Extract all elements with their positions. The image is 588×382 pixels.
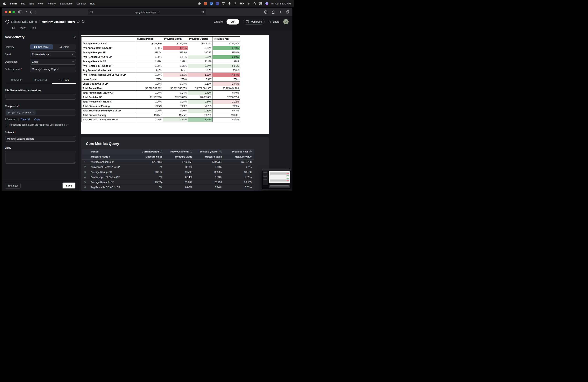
clear-all-link[interactable]: Clear all bbox=[21, 118, 30, 121]
menubar-item-bookmarks[interactable]: Bookmarks bbox=[60, 2, 73, 5]
core-measure-value: 0.05% bbox=[165, 185, 194, 190]
report-cell: 72751 bbox=[188, 104, 213, 108]
report-cell: $35.85 bbox=[188, 50, 213, 55]
report-cell: 0.00% bbox=[136, 64, 163, 68]
recipient-chip[interactable]: josh@spicy-data.com ✕ bbox=[6, 110, 36, 115]
app-icon-outlook[interactable] bbox=[210, 2, 213, 5]
breadcrumb-parent[interactable]: Leasing Data Demo bbox=[11, 20, 37, 23]
forward-button[interactable] bbox=[35, 10, 37, 14]
explore-button[interactable]: Explore bbox=[214, 20, 223, 23]
app-icon-orange[interactable] bbox=[204, 2, 207, 5]
report-row-label: Average Annual Rent bbox=[82, 42, 136, 46]
battery-icon[interactable] bbox=[240, 2, 244, 5]
personalize-label: Personalize content with the recipient's… bbox=[9, 124, 64, 126]
divider: | bbox=[32, 118, 32, 121]
delivery-type-segmented-control: Schedule Alert bbox=[30, 44, 76, 50]
report-row-label: Avg Rent per SF %Δ to CP bbox=[82, 55, 136, 59]
user-avatar[interactable]: J bbox=[283, 19, 289, 24]
file-name-input[interactable] bbox=[5, 94, 76, 100]
app-menu-help[interactable]: Help bbox=[31, 26, 36, 29]
microphone-icon[interactable] bbox=[228, 2, 231, 5]
share-icon[interactable] bbox=[272, 10, 275, 14]
reload-icon[interactable] bbox=[201, 11, 204, 13]
apple-menu-icon[interactable] bbox=[3, 2, 6, 5]
sidebar-chevron-icon[interactable] bbox=[25, 11, 27, 13]
report-cell: 14.41 bbox=[163, 68, 188, 73]
search-icon[interactable] bbox=[253, 2, 256, 5]
app-menu-view[interactable]: View bbox=[20, 26, 25, 29]
sparkle-icon[interactable] bbox=[198, 2, 201, 5]
app-share-button[interactable]: Share bbox=[269, 20, 279, 23]
tab-dashboard[interactable]: Dashboard bbox=[29, 77, 52, 84]
chip-remove-icon[interactable]: ✕ bbox=[32, 111, 34, 114]
favorite-star-icon[interactable] bbox=[77, 20, 80, 23]
report-row: Lease Count7350734873437501 bbox=[82, 77, 240, 82]
omni-logo[interactable] bbox=[5, 20, 9, 23]
core-measure-value: 23,105 bbox=[224, 180, 254, 185]
menubar-clock[interactable]: Fri Apr 3 8:41 AM bbox=[272, 2, 291, 5]
send-select[interactable]: Entire dashboard bbox=[30, 51, 76, 57]
menubar-item-view[interactable]: View bbox=[38, 2, 43, 5]
tab-email[interactable]: Email bbox=[52, 77, 76, 84]
menubar-item-history[interactable]: History bbox=[48, 2, 55, 5]
save-button[interactable]: Save bbox=[62, 182, 76, 189]
report-cell: 0.81% bbox=[213, 64, 240, 68]
segment-alert[interactable]: Alert bbox=[53, 44, 76, 49]
personalize-checkbox[interactable] bbox=[5, 124, 7, 126]
envelope-icon bbox=[59, 79, 62, 81]
divider: | bbox=[18, 118, 19, 121]
report-row: Lease Count %Δ to CP0.00%0.03%0.10%-2.05… bbox=[82, 82, 240, 86]
app-icon-people[interactable] bbox=[216, 2, 219, 5]
app-menu-file[interactable]: File bbox=[11, 26, 15, 29]
delivery-name-input[interactable] bbox=[30, 66, 76, 72]
segment-schedule[interactable]: Schedule bbox=[30, 44, 53, 49]
downloads-icon[interactable] bbox=[264, 10, 268, 14]
display-icon[interactable] bbox=[222, 2, 225, 5]
report-col-header: Previous Quarter bbox=[188, 37, 213, 42]
copy-link[interactable]: Copy bbox=[34, 118, 40, 121]
report-cell: 0.08% bbox=[163, 100, 188, 104]
recipients-label: Recipients * bbox=[5, 105, 76, 107]
control-center-icon[interactable] bbox=[259, 2, 262, 5]
recipients-input[interactable]: josh@spicy-data.com ✕ bbox=[5, 109, 76, 116]
report-cell: 73025 bbox=[213, 104, 240, 108]
report-cell: 0.24% bbox=[188, 64, 213, 68]
core-row-number: 2 bbox=[82, 165, 88, 170]
core-measure-value: 0% bbox=[135, 165, 165, 170]
menubar-item-edit[interactable]: Edit bbox=[29, 2, 34, 5]
core-row-number: 1 bbox=[82, 159, 88, 165]
address-bar[interactable]: spicydata.omniapp.co bbox=[88, 9, 206, 15]
user-icon[interactable] bbox=[234, 2, 236, 5]
tag-icon[interactable] bbox=[82, 20, 84, 23]
report-cell: -2.05% bbox=[213, 82, 240, 86]
close-icon[interactable]: ✕ bbox=[74, 36, 76, 39]
core-measure-value: 0.53% bbox=[194, 175, 224, 180]
body-textarea[interactable] bbox=[5, 151, 76, 164]
workbook-button[interactable]: Workbook bbox=[243, 19, 265, 24]
wifi-icon[interactable] bbox=[247, 2, 250, 5]
destination-select[interactable]: Email bbox=[30, 59, 76, 64]
menubar-item-window[interactable]: Window bbox=[77, 2, 86, 5]
edit-button[interactable]: Edit bbox=[227, 19, 239, 24]
info-icon: i bbox=[160, 150, 162, 153]
tab-overview-icon[interactable] bbox=[286, 10, 289, 14]
back-button[interactable] bbox=[30, 10, 32, 14]
core-row: 2Avg Annual Rent %Δ to CP0%0.11%0.39%2.1… bbox=[82, 165, 254, 170]
sidebar-toggle-icon[interactable] bbox=[18, 11, 22, 13]
report-cell: 196261 bbox=[213, 113, 240, 117]
new-tab-icon[interactable] bbox=[279, 11, 282, 14]
window-minimize-button[interactable] bbox=[9, 11, 11, 13]
menubar-item-help[interactable]: Help bbox=[90, 2, 95, 5]
pip-thumbnail[interactable] bbox=[262, 169, 291, 190]
menubar-item-safari[interactable]: Safari bbox=[10, 2, 17, 5]
test-now-button[interactable]: Test now bbox=[5, 183, 21, 189]
resize-grip-icon[interactable] bbox=[73, 161, 75, 163]
page-settings-icon[interactable] bbox=[90, 11, 93, 13]
menubar-item-file[interactable]: File bbox=[21, 2, 25, 5]
report-row: Total Rentable SF17121236617107475517063… bbox=[82, 95, 240, 100]
tab-schedule[interactable]: Schedule bbox=[5, 77, 29, 84]
window-close-button[interactable] bbox=[5, 11, 7, 13]
siri-icon[interactable] bbox=[265, 2, 268, 5]
subject-input[interactable] bbox=[5, 136, 76, 142]
window-zoom-button[interactable] bbox=[12, 11, 15, 13]
